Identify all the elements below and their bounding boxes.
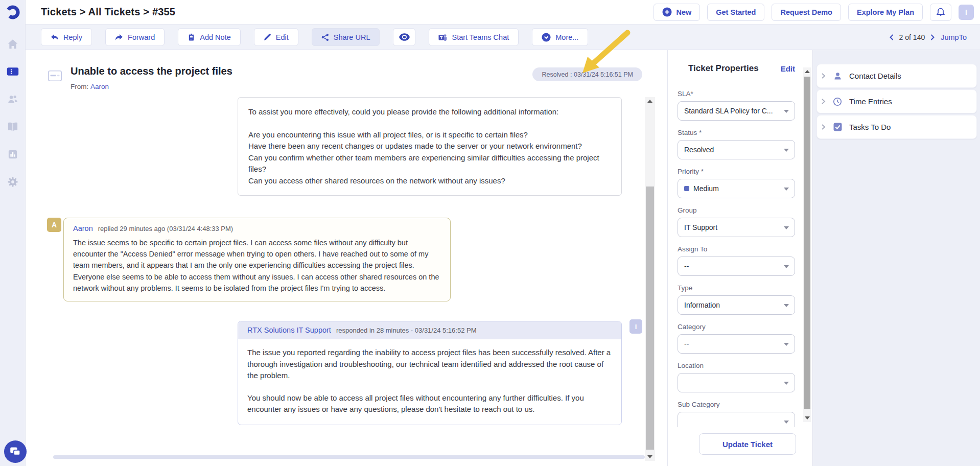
bolddesk-logo[interactable]	[5, 4, 21, 20]
from-name-link[interactable]: Aaron	[90, 83, 109, 90]
share-url-label: Share URL	[334, 33, 370, 41]
more-label: More...	[555, 33, 578, 41]
time-entries-card[interactable]: Time Entries	[816, 89, 977, 113]
ticket-pager: 2 of 140 JumpTo	[888, 33, 967, 41]
field-label: Type	[678, 284, 795, 292]
home-icon[interactable]	[7, 38, 19, 50]
message-meta: responded in 28 minutes - 03/31/24 5:16:…	[336, 327, 477, 334]
chevron-right-icon[interactable]	[929, 34, 936, 41]
scroll-down-arrow[interactable]	[645, 453, 655, 461]
task-check-icon	[832, 123, 843, 131]
message-paragraph: You should now be able to access all pro…	[247, 392, 612, 415]
sla-select[interactable]: Standard SLA Policy for C...	[678, 101, 795, 121]
edit-label: Edit	[276, 33, 289, 41]
ticket-subject-icon	[48, 71, 62, 81]
field-sub-category: Sub Category	[678, 401, 795, 431]
new-button[interactable]: New	[654, 4, 700, 21]
edit-button[interactable]: Edit	[254, 28, 298, 46]
field-location: Location	[678, 362, 795, 392]
select-value: --	[684, 262, 689, 270]
select-value: Resolved	[684, 146, 714, 154]
customer-avatar: A	[47, 218, 61, 232]
explore-my-plan-button[interactable]: Explore My Plan	[848, 4, 923, 21]
chevron-down-circle-icon	[542, 33, 551, 42]
jump-to-link[interactable]: JumpTo	[941, 33, 967, 41]
user-avatar[interactable]: I	[959, 5, 974, 20]
type-select[interactable]: Information	[678, 295, 795, 315]
update-ticket-button[interactable]: Update Ticket	[699, 433, 796, 455]
resolved-status-badge: Resolved : 03/31/24 5:16:51 PM	[532, 67, 642, 81]
scroll-down-arrow[interactable]	[803, 414, 811, 422]
person-icon	[832, 72, 843, 80]
message-meta: replied 29 minutes ago (03/31/24 4:48:33…	[98, 225, 234, 232]
message-body: The issue seems to be specific to certai…	[73, 237, 441, 294]
watch-button[interactable]	[393, 28, 415, 46]
settings-icon[interactable]	[7, 176, 19, 188]
more-button[interactable]: More...	[532, 28, 588, 46]
chevron-down-icon	[784, 110, 789, 113]
scroll-up-arrow[interactable]	[803, 67, 811, 76]
share-url-button[interactable]: Share URL	[312, 28, 380, 46]
forward-button[interactable]: Forward	[105, 28, 165, 46]
chevron-down-icon	[784, 149, 789, 152]
contacts-icon[interactable]	[7, 93, 19, 105]
message-question: Are you encountering this issue with all…	[248, 129, 611, 141]
field-group: Group IT Support	[678, 206, 795, 237]
status-select[interactable]: Resolved	[678, 140, 795, 159]
field-label: Priority *	[678, 168, 795, 175]
field-label: Status *	[678, 129, 795, 136]
reply-icon	[51, 34, 59, 41]
add-note-button[interactable]: Add Note	[178, 28, 240, 46]
properties-scrollbar[interactable]	[803, 67, 811, 422]
scrollbar-thumb[interactable]	[646, 187, 654, 450]
start-teams-chat-button[interactable]: Start Teams Chat	[429, 28, 519, 46]
properties-title: Ticket Properties	[688, 63, 759, 74]
ticket-subject: Unable to access the project files	[71, 65, 232, 77]
agent-avatar: I	[629, 319, 642, 334]
horizontal-scrollbar[interactable]	[53, 455, 645, 459]
message-intro: To assist you more effectively, could yo…	[248, 106, 611, 118]
notifications-button[interactable]	[930, 4, 951, 21]
get-started-button[interactable]: Get Started	[707, 4, 764, 21]
message-header: Aaron replied 29 minutes ago (03/31/24 4…	[73, 224, 441, 232]
card-label: Time Entries	[849, 97, 892, 106]
category-select[interactable]: --	[678, 334, 795, 354]
assign-to-select[interactable]: --	[678, 257, 795, 276]
message-paragraph: The issue you reported regarding the ina…	[247, 347, 612, 382]
conversation-scrollbar[interactable]	[645, 97, 655, 461]
message-agent-resolution: RTX Solutions IT Support responded in 28…	[238, 321, 622, 425]
message-question: Can you confirm whether other team membe…	[248, 152, 611, 175]
author-link[interactable]: RTX Solutions IT Support	[247, 326, 331, 334]
chevron-down-icon	[784, 188, 789, 191]
chevron-right-icon	[821, 124, 826, 130]
sidebar-nav	[0, 38, 26, 188]
knowledge-base-icon[interactable]	[7, 121, 19, 133]
tasks-to-do-card[interactable]: Tasks To Do	[816, 115, 977, 139]
get-started-label: Get Started	[716, 8, 756, 16]
card-label: Tasks To Do	[849, 123, 891, 131]
from-label: From:	[71, 83, 88, 90]
scroll-up-arrow[interactable]	[645, 97, 655, 105]
reports-icon[interactable]	[7, 148, 19, 160]
clock-icon	[832, 97, 843, 106]
chevron-left-icon[interactable]	[888, 34, 895, 41]
chevron-down-icon	[784, 421, 789, 424]
contact-details-card[interactable]: Contact Details	[816, 64, 977, 88]
tickets-icon[interactable]	[7, 65, 19, 78]
chevron-down-icon	[784, 382, 789, 385]
field-label: Category	[678, 323, 795, 331]
forward-label: Forward	[128, 33, 155, 41]
teams-icon	[438, 33, 447, 41]
author-link[interactable]: Aaron	[73, 224, 93, 232]
request-demo-label: Request Demo	[780, 8, 832, 16]
location-select[interactable]	[678, 373, 795, 392]
scrollbar-thumb[interactable]	[804, 77, 810, 409]
card-label: Contact Details	[849, 72, 901, 80]
properties-edit-link[interactable]: Edit	[781, 64, 795, 73]
reply-button[interactable]: Reply	[41, 28, 92, 46]
request-demo-button[interactable]: Request Demo	[772, 4, 841, 21]
group-select[interactable]: IT Support	[678, 218, 795, 237]
live-chat-button[interactable]	[4, 440, 27, 463]
priority-select[interactable]: Medium	[678, 179, 795, 198]
chevron-right-icon	[821, 73, 826, 79]
